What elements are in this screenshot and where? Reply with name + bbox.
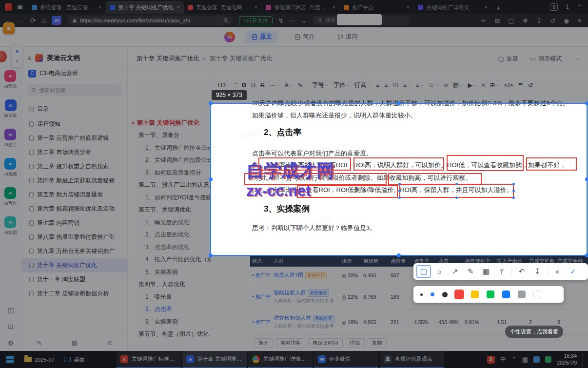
brush-size-small[interactable] (420, 293, 423, 296)
underline-icon[interactable]: U (251, 82, 255, 89)
browser-tab[interactable]: 关键词推广详情页_万相...× (414, 1, 492, 14)
sidebar-item-chapter[interactable]: 第七章 内容营销 (21, 216, 127, 230)
grid-icon[interactable]: ▦ (72, 339, 78, 347)
rail-tool-3[interactable]: AIAI视频 (4, 158, 17, 177)
link-icon[interactable]: ∞ (444, 82, 448, 89)
tab-count-badge[interactable]: 6 (550, 3, 558, 11)
tray-expand-icon[interactable]: ⌃ (511, 356, 517, 363)
forward-icon[interactable]: → (18, 17, 24, 24)
toc-item[interactable]: 3、如何提高质量得分 (131, 167, 211, 179)
code-icon[interactable]: </> (504, 82, 513, 89)
toc-title[interactable]: « 第十章 关键词推广优化 (131, 119, 211, 127)
taskbar-task[interactable]: 直直播评论及观点 (380, 351, 444, 368)
toc-item[interactable]: 1、关键词推广的排名公式 (131, 142, 211, 155)
table-action-button[interactable]: 详情 (346, 338, 365, 348)
attachment-icon[interactable]: ⌗ (482, 81, 485, 89)
toc-item[interactable]: 1、如何判定ROI是亏是赚 (131, 192, 211, 204)
quick-search-input[interactable]: 搜索+知识库答疑资料 (313, 16, 410, 25)
rail-tool-1[interactable]: AI知识库 (4, 99, 17, 119)
apps-icon[interactable]: ⊡ (8, 323, 14, 330)
cancel-tool-icon[interactable]: × (550, 265, 565, 278)
font-family-icon[interactable]: 字体⌄ (333, 81, 350, 89)
image-icon[interactable]: ▦⌄ (453, 81, 463, 89)
menu-icon[interactable]: ≡ (577, 18, 581, 24)
more-options-button[interactable]: ··· (573, 56, 579, 62)
video-icon[interactable]: ▶⌄ (468, 81, 477, 89)
ordered-list-icon[interactable]: ≡ (384, 82, 388, 89)
browser-tab[interactable]: 修理澳门风云_百度搜索× (262, 1, 340, 14)
bold-icon[interactable]: B (242, 82, 246, 89)
arrow-tool-icon[interactable]: ↗ (448, 265, 462, 278)
history-icon[interactable]: ↺ (550, 18, 555, 24)
ai-assistant-icon[interactable]: AI (52, 16, 61, 25)
rail-tool-0[interactable]: AIAI甄选 (4, 70, 17, 90)
pen-tool-icon[interactable]: ✎ (463, 265, 478, 278)
rail-tool-5[interactable]: AIAI绘图 (4, 216, 17, 236)
download-icon[interactable]: ↧ (536, 18, 542, 24)
browser-tab[interactable]: 推广中心× (340, 1, 414, 14)
download-manager-icon[interactable]: ↧ (565, 4, 570, 10)
tab-summary[interactable]: 简介 (289, 31, 321, 43)
table-action-button[interactable]: 实时访客 (276, 338, 305, 348)
sidebar-item-chapter[interactable]: 第十章 关键词推广优化 (21, 258, 127, 272)
brush-size-large[interactable] (442, 292, 448, 297)
sidebar-item-chapter[interactable]: 第十一章 淘宝联盟 (21, 272, 127, 287)
ime-icon[interactable]: S (487, 356, 495, 364)
table-action-button[interactable]: 复制 (368, 338, 387, 348)
taskbar-task[interactable]: X关键词推广标准计... (117, 351, 181, 368)
ellipse-tool-icon[interactable]: ○ (432, 265, 447, 278)
color-swatch[interactable] (471, 291, 479, 298)
strikethrough-icon[interactable]: S (260, 82, 264, 89)
edit-icon[interactable]: ✎ (37, 339, 42, 347)
tab-close-icon[interactable]: × (176, 4, 180, 11)
audience-name[interactable]: 智能拉新人群 (274, 290, 306, 295)
sidebar-item-chapter[interactable]: 第九章 万相台无界关键词推广 (21, 244, 127, 258)
kb-search-input[interactable]: 搜索知识库 (27, 84, 121, 96)
mosaic-tool-icon[interactable]: ▦ (479, 265, 493, 278)
collapse-toolbar-icon[interactable]: ⌃ (577, 4, 582, 10)
breadcrumb-parent[interactable]: 第十章 关键词推广优化 (137, 55, 199, 63)
open-file-button[interactable]: +打开文件 (239, 16, 272, 25)
tab-ask[interactable]: 追问 (332, 31, 364, 43)
tray-app-icon[interactable] (533, 356, 540, 363)
new-tab-button[interactable]: + (492, 1, 505, 14)
chevron-down-icon[interactable]: ⌄ (302, 18, 307, 24)
more-actions-icon[interactable]: ⋯ (290, 18, 296, 24)
taskbar-task[interactable]: 关键词推广详情页... (248, 351, 313, 368)
color-swatch[interactable] (454, 290, 464, 299)
color-swatch[interactable] (487, 291, 494, 298)
color-swatch[interactable] (502, 291, 510, 298)
color-swatch[interactable] (533, 291, 541, 298)
todo-list-icon[interactable]: ☑ (392, 81, 398, 89)
color-swatch[interactable] (518, 291, 526, 298)
browser-tab[interactable]: 第十章 关键词推广优化× (106, 1, 184, 14)
brush-size-medium[interactable] (431, 292, 434, 296)
robot-icon[interactable]: ◫ (7, 306, 14, 314)
keyboard-icon[interactable]: ▤ (522, 356, 528, 363)
sidebar-item-chapter[interactable]: 第六章 标题精细化优化及活动 (21, 202, 127, 216)
tab-close-icon[interactable]: × (484, 4, 488, 11)
save-tool-icon[interactable]: ↧ (530, 265, 545, 278)
undo-tool-icon[interactable]: ↶ (514, 265, 529, 278)
outline-icon[interactable]: ≣ (518, 81, 523, 89)
rect-tool-icon[interactable]: ▢ (416, 265, 431, 278)
taskbar-task[interactable]: W企业微信 (314, 351, 378, 368)
blockquote-icon[interactable]: ” (235, 82, 237, 89)
rail-tool-4[interactable]: AIAI写作 (4, 187, 17, 207)
search-in-page-icon[interactable] (223, 18, 228, 23)
puzzle-extension-icon[interactable]: ❖ (523, 18, 529, 24)
toc-item[interactable]: 4、投入产出比的优化（观察7天/15 (131, 253, 211, 266)
lightning-icon[interactable]: ↯ (278, 18, 284, 24)
pin-icon[interactable]: ⌖ (16, 58, 19, 64)
indent-icon[interactable]: ≡⌄ (416, 82, 424, 89)
tab-close-icon[interactable]: × (254, 4, 257, 11)
browser-logo-icon[interactable] (5, 3, 12, 11)
toc-item[interactable]: 2、点击量的优化 (131, 229, 211, 241)
confirm-tool-icon[interactable]: ✓ (566, 265, 580, 278)
font-size-icon[interactable]: 字号⌄ (312, 81, 329, 89)
sidebar-item-chapter[interactable]: 第八章 热浪引擎和付费推广引 (21, 230, 127, 244)
url-field[interactable]: https://os.medeyun.com/file/zhishiku/cla… (67, 16, 233, 25)
toc-item[interactable]: 2、点击率 (131, 303, 211, 316)
tab-close-icon[interactable]: × (332, 4, 335, 11)
emoji-icon[interactable]: ☺⌄ (429, 82, 439, 89)
